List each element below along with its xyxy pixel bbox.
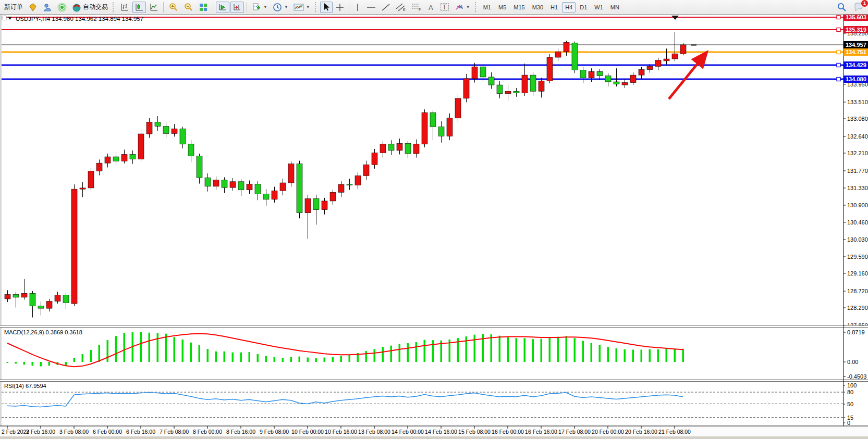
svg-text:20 Feb 16:00: 20 Feb 16:00 <box>625 429 657 435</box>
signals-button[interactable] <box>55 2 69 13</box>
toolbar-grip <box>113 2 115 12</box>
styler-button[interactable] <box>26 2 40 13</box>
chevron-down-icon: ▼ <box>466 5 470 9</box>
gold-gem-icon <box>28 3 38 12</box>
object-anchor[interactable] <box>2 16 6 20</box>
chevron-down-icon: ▼ <box>284 5 288 9</box>
svg-text:8 Feb 00:00: 8 Feb 00:00 <box>193 429 222 435</box>
channel-tool-button[interactable]: E <box>394 2 408 13</box>
svg-text:17 Feb 08:00: 17 Feb 08:00 <box>558 429 591 435</box>
svg-text:7 Feb 08:00: 7 Feb 08:00 <box>160 429 189 435</box>
svg-text:T: T <box>443 4 447 11</box>
svg-text:14 Feb 16:00: 14 Feb 16:00 <box>425 429 457 435</box>
svg-text:80: 80 <box>847 389 853 395</box>
line-chart-button[interactable] <box>147 2 161 13</box>
text-icon: A <box>427 3 435 11</box>
vertical-line-tool-button[interactable] <box>352 2 363 13</box>
svg-text:128.290: 128.290 <box>847 305 868 311</box>
mt4-application: 新订单 自动交易 <box>0 0 868 439</box>
crosshair-tool-button[interactable] <box>334 2 346 13</box>
time-axis[interactable]: 2 Feb 20232 Feb 16:003 Feb 08:006 Feb 00… <box>0 426 868 439</box>
autotrading-icon <box>72 3 81 12</box>
svg-text:20 Feb 00:00: 20 Feb 00:00 <box>592 429 624 435</box>
svg-text:134.957: 134.957 <box>846 42 866 48</box>
svg-text:0.8719: 0.8719 <box>847 329 865 335</box>
chart-shift-button[interactable] <box>230 2 244 13</box>
zoom-in-button[interactable] <box>166 2 180 13</box>
fibonacci-icon: F <box>411 3 422 11</box>
svg-text:A: A <box>429 4 433 11</box>
chevron-down-icon: ▼ <box>263 5 267 9</box>
svg-text:0: 0 <box>847 420 850 426</box>
timeframe-d1-button[interactable]: D1 <box>577 2 590 12</box>
svg-text:3 Feb 08:00: 3 Feb 08:00 <box>59 429 89 435</box>
new-order-button[interactable]: 新订单 <box>2 2 25 13</box>
zoom-out-button[interactable] <box>181 2 195 13</box>
profile-icon <box>43 3 52 12</box>
auto-scroll-icon <box>218 3 227 12</box>
chart-canvas[interactable]: 135.690135.250134.820134.390133.950133.5… <box>0 15 868 439</box>
autotrading-label: 自动交易 <box>83 3 108 11</box>
svg-text:132.210: 132.210 <box>847 150 868 156</box>
fibonacci-tool-button[interactable]: F <box>409 2 424 13</box>
timeframe-m5-button[interactable]: M5 <box>495 2 509 12</box>
svg-text:9 Feb 08:00: 9 Feb 08:00 <box>260 429 289 435</box>
timeframe-h1-button[interactable]: H1 <box>547 2 561 12</box>
bar-chart-button[interactable] <box>118 2 131 13</box>
crosshair-icon <box>336 3 344 11</box>
svg-text:6 Feb 16:00: 6 Feb 16:00 <box>126 429 155 435</box>
svg-text:-0.4503: -0.4503 <box>847 373 866 380</box>
auto-scroll-button[interactable] <box>216 2 229 13</box>
search-button[interactable] <box>835 2 849 13</box>
timeframe-m1-button[interactable]: M1 <box>480 2 494 12</box>
text-label-tool-button[interactable]: T <box>438 2 451 13</box>
add-indicator-button[interactable]: ▼ <box>250 2 270 13</box>
autotrading-button[interactable]: 自动交易 <box>70 2 110 13</box>
trendline-tool-button[interactable] <box>379 2 393 13</box>
hline-handle[interactable] <box>837 51 840 54</box>
svg-text:21 Feb 08:00: 21 Feb 08:00 <box>658 429 691 435</box>
new-order-label: 新订单 <box>4 3 23 11</box>
rsi-label: RSI(14) 67.9594 <box>4 383 46 389</box>
notifications-button[interactable]: 1 <box>851 2 866 13</box>
chevron-down-icon: ▼ <box>306 5 310 9</box>
hline-handle[interactable] <box>837 78 840 81</box>
metaeditor-button[interactable] <box>41 2 54 13</box>
svg-text:14 Feb 00:00: 14 Feb 00:00 <box>392 429 424 435</box>
timeframe-w1-button[interactable]: W1 <box>591 2 606 12</box>
equidistant-channel-icon: E <box>396 3 406 11</box>
hline-handle[interactable] <box>837 28 840 32</box>
timeframe-m15-button[interactable]: M15 <box>510 2 528 12</box>
svg-text:130.900: 130.900 <box>847 202 868 208</box>
svg-text:100: 100 <box>847 382 857 388</box>
chart-title: USDJPY-,H4 134.980 134.962 134.894 134.9… <box>16 16 143 22</box>
svg-text:131.770: 131.770 <box>847 168 868 174</box>
cursor-arrow-icon <box>322 3 331 11</box>
toolbar-separator <box>247 2 247 12</box>
timeframe-mn-button[interactable]: MN <box>607 2 622 12</box>
svg-text:0.00: 0.00 <box>847 359 858 365</box>
svg-text:15 Feb 08:00: 15 Feb 08:00 <box>458 429 491 435</box>
vertical-line-icon <box>354 3 361 11</box>
clock-icon <box>273 3 282 12</box>
arrows-tool-button[interactable]: ▼ <box>453 2 472 13</box>
template-button[interactable]: ▼ <box>291 2 312 13</box>
timeframe-m30-button[interactable]: M30 <box>529 2 546 12</box>
bar-chart-icon <box>120 3 129 12</box>
chart-window[interactable]: 135.690135.250134.820134.390133.950133.5… <box>0 15 868 439</box>
timeframe-h4-button[interactable]: H4 <box>562 2 576 12</box>
horizontal-line-tool-button[interactable] <box>364 2 378 13</box>
toolbar-separator <box>213 2 213 12</box>
candlestick-chart-button[interactable] <box>132 2 146 13</box>
svg-text:10 Feb 00:00: 10 Feb 00:00 <box>291 429 324 435</box>
svg-text:134.751: 134.751 <box>846 49 866 55</box>
text-tool-button[interactable]: A <box>425 2 437 13</box>
period-button[interactable]: ▼ <box>271 2 290 13</box>
svg-text:2 Feb 16:00: 2 Feb 16:00 <box>26 429 55 435</box>
hline-handle[interactable] <box>837 64 840 67</box>
hline-handle[interactable] <box>837 16 840 19</box>
cursor-tool-button[interactable] <box>320 2 333 13</box>
svg-text:10 Feb 16:00: 10 Feb 16:00 <box>325 429 357 435</box>
svg-text:130.460: 130.460 <box>847 219 868 225</box>
tile-windows-button[interactable] <box>197 2 210 13</box>
